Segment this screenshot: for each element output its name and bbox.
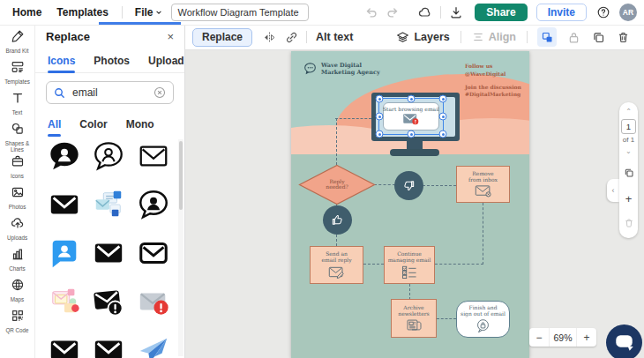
tab-uploads[interactable]: Uploads xyxy=(148,49,185,72)
zoom-level[interactable]: 69% xyxy=(549,328,577,347)
node-thumbs-down[interactable] xyxy=(394,171,423,200)
align-button[interactable]: Align xyxy=(472,31,516,43)
node-continue-managing-email[interactable]: Continuemanaging email xyxy=(384,246,435,284)
delete-page-button[interactable] xyxy=(624,216,634,232)
menu-templates[interactable]: Templates xyxy=(56,6,108,19)
envelope-x-icon xyxy=(475,184,491,198)
sidebar-item-maps[interactable]: Maps xyxy=(0,278,35,307)
layers-button[interactable]: Layers xyxy=(396,31,449,44)
undo-button[interactable] xyxy=(363,4,379,20)
envelope-filled-icon[interactable] xyxy=(48,333,81,358)
node-archive-newsletters[interactable]: Archivenewsletters xyxy=(391,299,437,338)
envelope-outline-bold-icon[interactable] xyxy=(137,236,170,270)
download-button[interactable] xyxy=(448,4,464,20)
help-button[interactable] xyxy=(595,4,611,20)
filter-all[interactable]: All xyxy=(48,113,61,136)
menu-file[interactable]: File xyxy=(135,6,163,19)
page-up-chevron-icon[interactable]: ⌃ xyxy=(625,108,632,116)
share-button[interactable]: Share xyxy=(475,4,527,21)
email-illustration-pastel-icon[interactable] xyxy=(48,285,81,318)
duplicate-button[interactable] xyxy=(589,28,607,46)
divider xyxy=(122,6,123,19)
chat-support-button[interactable] xyxy=(606,324,642,358)
envelope-filled-icon[interactable] xyxy=(48,188,81,221)
paper-plane-blue-icon[interactable] xyxy=(137,333,170,358)
brand-kit-icon xyxy=(11,29,25,47)
envelope-alert-filled-icon[interactable] xyxy=(92,285,125,318)
clear-search-icon[interactable] xyxy=(154,86,166,99)
selection-handle[interactable] xyxy=(376,131,384,138)
selection-handle[interactable] xyxy=(439,131,447,138)
social-follow-line2: @WaveDigital xyxy=(465,71,523,78)
zoom-out-button[interactable]: − xyxy=(529,328,549,347)
chat-user-filled-icon[interactable] xyxy=(48,139,81,173)
lock-button[interactable] xyxy=(565,28,582,46)
connector xyxy=(409,284,410,300)
position-button[interactable] xyxy=(537,27,557,47)
sidebar-item-text[interactable]: Text xyxy=(0,91,35,120)
filter-color[interactable]: Color xyxy=(79,113,107,136)
alt-text-button[interactable]: Alt text xyxy=(316,31,353,43)
zoom-in-button[interactable]: + xyxy=(577,328,596,347)
cloud-save-button[interactable] xyxy=(417,4,433,20)
sidebar-item-templates[interactable]: Templates xyxy=(0,60,35,89)
sidebar-item-icons[interactable]: Icons xyxy=(0,154,35,183)
envelope-filled-icon[interactable] xyxy=(92,333,125,358)
sidebar-item-uploads[interactable]: Uploads xyxy=(0,216,35,245)
close-icon[interactable]: × xyxy=(167,31,174,42)
duplicate-page-button[interactable] xyxy=(624,166,634,182)
selection-handle[interactable] xyxy=(408,131,416,138)
sidebar-item-shapes[interactable]: Shapes & Lines xyxy=(0,122,35,153)
selection-handle[interactable] xyxy=(439,113,447,121)
envelope-alert-red-icon[interactable] xyxy=(137,285,170,318)
menu-home[interactable]: Home xyxy=(12,6,41,19)
envelope-filled-icon[interactable] xyxy=(92,236,125,270)
sidebar-item-photos[interactable]: Photos xyxy=(0,185,35,214)
delete-button[interactable] xyxy=(614,28,632,46)
tab-photos[interactable]: Photos xyxy=(94,49,130,72)
node-remove-from-inbox[interactable]: Removefrom inbox xyxy=(456,166,510,203)
document-title-input[interactable] xyxy=(171,4,309,21)
node-send-email-reply[interactable]: Send anemail reply xyxy=(310,246,363,284)
maps-icon xyxy=(11,278,25,295)
collapse-panel-tab[interactable]: ‹ xyxy=(607,179,619,202)
node-finish-sign-out[interactable]: Finish andsign out of email xyxy=(456,301,510,338)
divider xyxy=(527,31,528,43)
node-thumbs-up[interactable] xyxy=(323,205,352,235)
avatar[interactable]: AR xyxy=(619,4,637,21)
envelope-outline-icon[interactable] xyxy=(137,139,170,173)
chat-user-outline-icon[interactable] xyxy=(92,139,125,173)
selection-handle[interactable] xyxy=(408,95,416,103)
canvas-area[interactable]: Wave Digital Marketing Agency Follow us … xyxy=(185,50,644,358)
monitor-stand-base xyxy=(390,149,439,156)
search-input[interactable] xyxy=(71,86,148,100)
sidebar-item-qr-code[interactable]: QR Code xyxy=(0,309,35,338)
tab-icons[interactable]: Icons xyxy=(48,49,75,72)
node-label: needed? xyxy=(298,185,376,191)
link-button[interactable] xyxy=(282,28,300,46)
contact-card-blue-icon[interactable] xyxy=(48,236,81,270)
flip-button[interactable] xyxy=(260,28,278,46)
selection-handle[interactable] xyxy=(376,113,384,121)
page-number-box[interactable]: 1 xyxy=(621,119,636,134)
filter-mono[interactable]: Mono xyxy=(126,113,154,136)
replace-button[interactable]: Replace xyxy=(192,28,252,47)
selection-box[interactable] xyxy=(378,98,444,135)
trash-icon xyxy=(624,218,634,228)
design-page[interactable]: Wave Digital Marketing Agency Follow us … xyxy=(291,51,529,358)
node-reply-needed[interactable]: Reply needed? xyxy=(298,164,376,205)
add-page-button[interactable]: + xyxy=(625,193,633,205)
selection-handle[interactable] xyxy=(439,95,447,103)
duplicate-icon xyxy=(592,31,605,44)
brand-logo: Wave Digital Marketing Agency xyxy=(303,62,380,76)
search-box[interactable] xyxy=(46,81,174,104)
selection-handle[interactable] xyxy=(376,95,384,103)
email-illustration-blue-icon[interactable] xyxy=(92,188,125,221)
redo-button[interactable] xyxy=(385,4,401,20)
invite-button[interactable]: Invite xyxy=(536,4,587,21)
panel-scrollbar[interactable] xyxy=(178,139,183,356)
chat-user-outline-filled-icon[interactable] xyxy=(137,188,170,221)
sidebar-item-brand-kit[interactable]: Brand Kit xyxy=(0,29,35,58)
page-down-chevron-icon[interactable]: ⌃ xyxy=(625,146,632,153)
sidebar-item-charts[interactable]: Charts xyxy=(0,247,35,276)
